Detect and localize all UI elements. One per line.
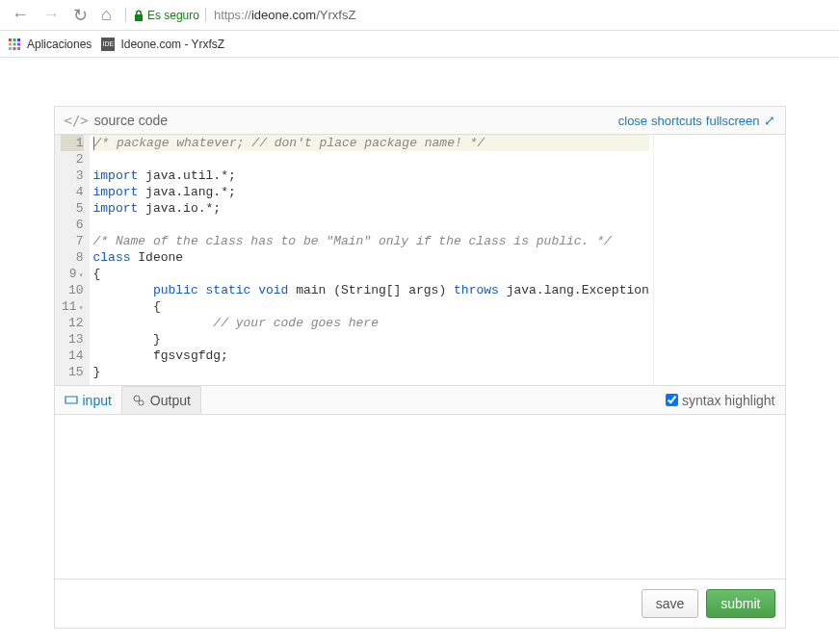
submit-button[interactable]: submit bbox=[706, 589, 774, 618]
reload-button[interactable]: ↻ bbox=[69, 3, 92, 28]
tab-input-label: input bbox=[83, 393, 112, 408]
svg-rect-6 bbox=[9, 47, 12, 50]
secure-indicator: Es seguro bbox=[134, 9, 199, 22]
svg-point-9 bbox=[134, 396, 140, 401]
source-panel: </> source code close shortcuts fullscre… bbox=[54, 106, 786, 629]
close-link[interactable]: close bbox=[618, 114, 647, 128]
output-area bbox=[55, 415, 785, 579]
apps-label: Aplicaciones bbox=[27, 38, 92, 51]
svg-rect-0 bbox=[9, 39, 12, 41]
ideone-favicon: IDE bbox=[101, 38, 115, 51]
svg-rect-8 bbox=[17, 47, 20, 50]
syntax-highlight-toggle[interactable]: syntax highlight bbox=[666, 393, 775, 408]
bookmark-label: Ideone.com - YrxfsZ bbox=[120, 38, 224, 51]
tab-input[interactable]: input bbox=[55, 386, 121, 414]
tab-output-label: Output bbox=[150, 393, 191, 408]
svg-rect-2 bbox=[17, 39, 20, 41]
svg-rect-4 bbox=[13, 42, 16, 45]
code-area[interactable]: /* package whatever; // don't place pack… bbox=[90, 135, 653, 385]
syntax-label: syntax highlight bbox=[682, 393, 775, 408]
svg-point-10 bbox=[139, 400, 144, 405]
bookmarks-bar: Aplicaciones IDE Ideone.com - YrxfsZ bbox=[0, 31, 839, 58]
tabs-bar: input Output syntax highlight bbox=[55, 385, 785, 415]
fullscreen-icon[interactable]: ⤢ bbox=[764, 113, 775, 128]
url-text: https://ideone.com/YrxfsZ bbox=[205, 8, 355, 22]
fullscreen-link[interactable]: fullscreen bbox=[706, 114, 760, 128]
code-icon: </> bbox=[65, 113, 89, 128]
syntax-checkbox[interactable] bbox=[666, 394, 678, 406]
code-editor[interactable]: 123456789101112131415 /* package whateve… bbox=[55, 135, 785, 385]
line-gutter: 123456789101112131415 bbox=[55, 135, 90, 385]
secure-label: Es seguro bbox=[147, 9, 199, 22]
forward-button[interactable]: → bbox=[39, 3, 64, 27]
svg-rect-1 bbox=[13, 39, 16, 41]
input-icon bbox=[65, 394, 78, 407]
apps-icon bbox=[8, 38, 21, 51]
gears-icon bbox=[132, 394, 145, 407]
editor-right-pane bbox=[653, 135, 785, 385]
bookmark-item[interactable]: IDE Ideone.com - YrxfsZ bbox=[101, 38, 224, 51]
shortcuts-link[interactable]: shortcuts bbox=[651, 114, 702, 128]
lock-icon bbox=[134, 10, 144, 21]
svg-rect-3 bbox=[9, 42, 12, 45]
panel-footer: save submit bbox=[55, 579, 785, 628]
back-button[interactable]: ← bbox=[8, 3, 33, 27]
tab-output[interactable]: Output bbox=[121, 386, 201, 414]
svg-rect-5 bbox=[17, 42, 20, 45]
source-panel-header: </> source code close shortcuts fullscre… bbox=[55, 107, 785, 135]
apps-button[interactable]: Aplicaciones bbox=[8, 38, 92, 51]
source-title: source code bbox=[94, 113, 168, 128]
save-button[interactable]: save bbox=[642, 589, 699, 618]
svg-rect-7 bbox=[13, 47, 16, 50]
browser-nav-bar: ← → ↻ ⌂ Es seguro https://ideone.com/Yrx… bbox=[0, 0, 839, 31]
address-bar[interactable]: Es seguro https://ideone.com/YrxfsZ bbox=[125, 8, 831, 22]
home-button[interactable]: ⌂ bbox=[97, 3, 116, 27]
